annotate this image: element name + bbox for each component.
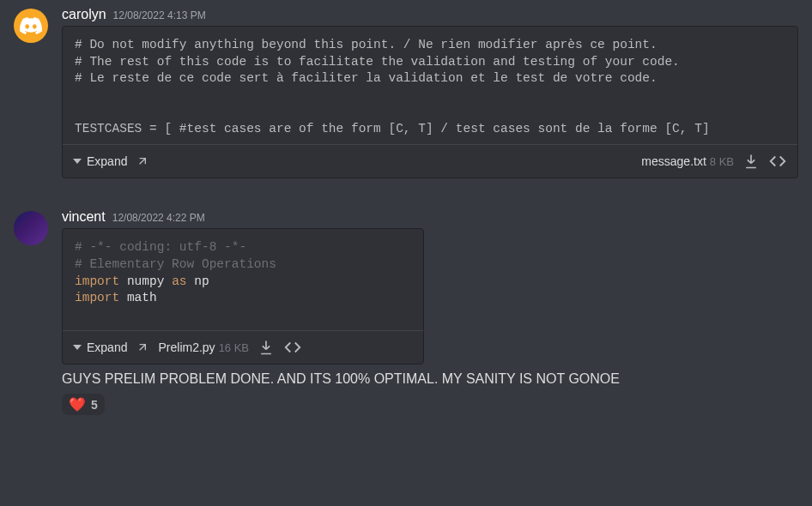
attachment-footer: Expand message.txt 8 KB — [63, 144, 797, 178]
download-icon[interactable] — [742, 153, 760, 170]
filesize: 8 KB — [710, 155, 734, 168]
timestamp: 12/08/2022 4:22 PM — [112, 212, 205, 224]
reaction[interactable]: ❤️ 5 — [62, 394, 105, 415]
code-icon[interactable] — [768, 152, 787, 171]
code-icon[interactable] — [283, 338, 302, 357]
attachment-footer: Expand Prelim2.py 16 KB — [63, 330, 423, 364]
expand-button[interactable]: Expand — [73, 154, 127, 168]
message-text: GUYS PRELIM PROBLEM DONE. AND ITS 100% O… — [62, 370, 798, 389]
filename: message.txt — [641, 154, 706, 168]
download-icon[interactable] — [258, 339, 275, 356]
chevron-down-icon — [73, 159, 82, 164]
reaction-count: 5 — [91, 398, 98, 412]
message-body: vincent 12/08/2022 4:22 PM # -*- coding:… — [62, 209, 798, 415]
expand-label: Expand — [87, 340, 127, 354]
file-attachment: # Do not modify anything beyond this poi… — [62, 26, 798, 178]
file-meta: Prelim2.py 16 KB — [158, 340, 249, 354]
expand-button[interactable]: Expand — [73, 340, 127, 354]
timestamp: 12/08/2022 4:13 PM — [113, 9, 206, 21]
avatar[interactable] — [14, 9, 48, 43]
username[interactable]: carolyn — [62, 7, 106, 22]
popout-icon[interactable] — [136, 340, 149, 354]
heart-emoji: ❤️ — [69, 396, 86, 413]
message-header: carolyn 12/08/2022 4:13 PM — [62, 7, 798, 22]
code-preview: # -*- coding: utf-8 -*- # Elementary Row… — [63, 229, 423, 330]
file-attachment: # -*- coding: utf-8 -*- # Elementary Row… — [62, 228, 424, 364]
message: carolyn 12/08/2022 4:13 PM # Do not modi… — [0, 0, 812, 178]
message: vincent 12/08/2022 4:22 PM # -*- coding:… — [0, 202, 812, 415]
chevron-down-icon — [73, 345, 82, 350]
avatar[interactable] — [14, 211, 48, 245]
expand-label: Expand — [87, 154, 127, 168]
file-meta: message.txt 8 KB — [641, 154, 734, 168]
discord-logo-icon — [20, 15, 42, 37]
message-body: carolyn 12/08/2022 4:13 PM # Do not modi… — [62, 7, 798, 178]
code-preview: # Do not modify anything beyond this poi… — [63, 27, 797, 144]
filename: Prelim2.py — [158, 340, 215, 354]
filesize: 16 KB — [219, 341, 249, 354]
popout-icon[interactable] — [136, 154, 149, 168]
message-header: vincent 12/08/2022 4:22 PM — [62, 209, 798, 225]
username[interactable]: vincent — [62, 209, 106, 225]
